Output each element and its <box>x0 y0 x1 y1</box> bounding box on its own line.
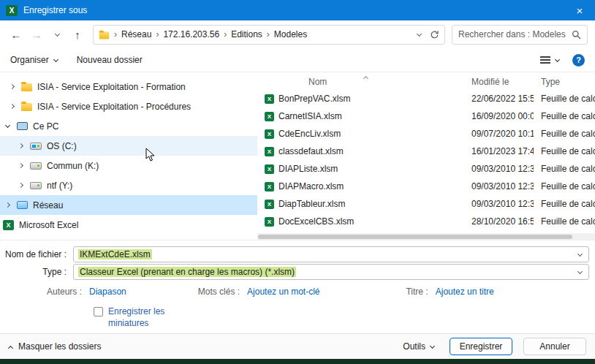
file-row[interactable]: XDocExcelCBS.xlsm 28/10/2020 16:51 Feuil… <box>257 213 595 230</box>
new-folder-label: Nouveau dossier <box>77 55 143 65</box>
chevron-right-icon[interactable] <box>9 104 14 109</box>
chevron-down-icon[interactable] <box>577 251 583 257</box>
chevron-right-icon[interactable] <box>9 84 14 89</box>
save-as-dialog: X Enregistrer sous × ← → ↑ › Réseau › 17… <box>0 0 595 364</box>
xlsm-file-icon: X <box>265 200 274 209</box>
search-icon[interactable] <box>572 30 581 39</box>
sidebar-item-microsoft-excel[interactable]: X Microsoft Excel <box>0 215 257 235</box>
sidebar-item-reseau[interactable]: Réseau <box>0 195 257 215</box>
hide-folders-label: Masquer les dossiers <box>18 341 101 352</box>
file-row[interactable]: XBonPrepVAC.xlsm 22/06/2022 15:59 Feuill… <box>257 90 595 107</box>
column-header-type[interactable]: Type <box>534 77 595 87</box>
chevron-down-icon[interactable] <box>4 123 10 128</box>
title-value[interactable]: Ajoutez un titre <box>436 287 494 297</box>
mouse-cursor <box>145 148 156 162</box>
network-drive-icon <box>30 182 42 189</box>
column-header-name[interactable]: Nom <box>257 77 466 87</box>
hide-folders-button[interactable]: Masquer les dossiers <box>9 341 101 352</box>
file-row[interactable]: XDIAPListe.xlsm 09/03/2010 12:31 Feuille… <box>257 160 595 178</box>
excel-icon: X <box>3 220 14 230</box>
network-drive-icon <box>30 162 42 170</box>
file-modified: 09/03/2010 12:31 <box>466 164 534 174</box>
breadcrumb-item-reseau[interactable]: Réseau <box>121 29 151 39</box>
sidebar-item-commun-k[interactable]: Commun (K:) <box>0 156 257 175</box>
search-placeholder: Rechercher dans : Modeles <box>458 29 572 39</box>
xlsm-file-icon: X <box>265 147 274 156</box>
address-dropdown-icon[interactable] <box>417 31 422 36</box>
footer-actions: Outils Enregistrer Annuler <box>403 338 586 355</box>
folder-icon <box>21 103 32 111</box>
breadcrumb-separator[interactable]: › <box>156 29 159 39</box>
list-header: Nom Modifié le Type <box>257 74 595 90</box>
chevron-down-icon[interactable] <box>577 269 583 274</box>
file-list: Nom Modifié le Type XBonPrepVAC.xlsm 22/… <box>257 72 595 240</box>
file-modified: 09/03/2010 12:30 <box>466 181 534 192</box>
background-window-strip <box>0 359 595 364</box>
close-button[interactable]: × <box>564 0 595 20</box>
forward-button[interactable]: → <box>28 25 45 44</box>
checkbox-icon[interactable] <box>94 307 103 316</box>
window-title: Enregistrer sous <box>23 5 87 15</box>
sidebar-item-ntf-y[interactable]: ntf (Y:) <box>0 175 257 195</box>
filename-value: IKMExtCdeE.xlsm <box>78 249 152 259</box>
file-row[interactable]: XCdeEncLiv.xlsm 09/07/2020 10:12 Feuille… <box>257 125 595 143</box>
sidebar-item-isia-formation[interactable]: ISIA - Service Exploitation - Formation <box>0 77 257 96</box>
breadcrumb-separator[interactable]: › <box>224 29 227 39</box>
back-button[interactable]: ← <box>7 25 25 44</box>
sidebar-item-label: ntf (Y:) <box>47 181 72 191</box>
breadcrumb-item-modeles[interactable]: Modeles <box>274 29 307 39</box>
recent-locations-button[interactable] <box>48 25 66 44</box>
file-name: CarnetISIA.xlsm <box>278 111 342 121</box>
tags-value[interactable]: Ajoutez un mot-clé <box>247 287 319 297</box>
sidebar-item-isia-procedures[interactable]: ISIA - Service Exploitation - Procédures <box>0 96 257 116</box>
file-type: Feuille de calc <box>534 164 595 174</box>
file-name: classdefaut.xlsm <box>278 146 344 156</box>
chevron-down-icon <box>54 31 59 36</box>
tools-button[interactable]: Outils <box>403 341 434 352</box>
scrollbar-thumb[interactable] <box>258 235 572 239</box>
refresh-button[interactable] <box>430 30 439 39</box>
authors-value[interactable]: Diapason <box>89 287 126 297</box>
horizontal-scrollbar[interactable] <box>257 233 595 240</box>
file-name: DocExcelCBS.xlsm <box>278 216 354 227</box>
column-header-modified[interactable]: Modifié le <box>466 77 534 87</box>
help-icon[interactable]: ? <box>572 54 585 67</box>
file-row[interactable]: Xclassdefaut.xlsm 16/01/2023 17:48 Feuil… <box>257 143 595 160</box>
organize-menu[interactable]: Organiser <box>10 55 58 65</box>
save-button[interactable]: Enregistrer <box>450 338 512 355</box>
views-button[interactable] <box>540 56 559 64</box>
file-modified: 28/10/2020 16:51 <box>466 216 534 227</box>
filename-input[interactable]: IKMExtCdeE.xlsm <box>73 246 589 262</box>
folder-icon <box>21 83 32 91</box>
system-drive-icon <box>30 143 42 150</box>
breadcrumb-item-editions[interactable]: Editions <box>231 29 262 39</box>
breadcrumb-separator[interactable]: › <box>267 29 270 39</box>
search-input[interactable]: Rechercher dans : Modeles <box>452 25 588 45</box>
sidebar-item-ce-pc[interactable]: Ce PC <box>0 116 257 136</box>
network-icon <box>17 201 28 209</box>
file-row[interactable]: XDiapTableur.xlsm 09/03/2010 12:31 Feuil… <box>257 195 595 213</box>
breadcrumb-separator[interactable]: › <box>114 29 117 39</box>
cancel-button[interactable]: Annuler <box>523 338 586 355</box>
sidebar-item-os-c[interactable]: OS (C:) <box>0 136 257 156</box>
filetype-select[interactable]: Classeur Excel (prenant en charge les ma… <box>73 264 589 280</box>
tags-label: Mots clés : <box>198 287 240 297</box>
up-button[interactable]: ↑ <box>69 25 86 44</box>
address-bar[interactable]: › Réseau › 172.16.203.56 › Editions › Mo… <box>93 25 445 45</box>
file-name: BonPrepVAC.xlsm <box>278 94 350 104</box>
excel-app-icon: X <box>6 5 18 16</box>
breadcrumb-item-server[interactable]: 172.16.203.56 <box>163 29 219 39</box>
chevron-right-icon[interactable] <box>18 183 23 188</box>
save-thumbnails-checkbox[interactable]: Enregistrer les miniatures <box>94 306 595 329</box>
chevron-right-icon[interactable] <box>18 163 23 168</box>
chevron-right-icon[interactable] <box>18 143 23 148</box>
file-type: Feuille de calc <box>534 216 595 227</box>
sidebar-item-label: ISIA - Service Exploitation - Procédures <box>37 102 191 112</box>
chevron-down-icon <box>555 56 560 61</box>
file-type: Feuille de calc <box>534 94 595 104</box>
file-modified: 16/09/2020 00:05 <box>466 111 534 121</box>
chevron-right-icon[interactable] <box>4 202 10 208</box>
file-row[interactable]: XDIAPMacro.xlsm 09/03/2010 12:30 Feuille… <box>257 178 595 195</box>
new-folder-button[interactable]: Nouveau dossier <box>77 55 143 65</box>
file-row[interactable]: XCarnetISIA.xlsm 16/09/2020 00:05 Feuill… <box>257 107 595 125</box>
